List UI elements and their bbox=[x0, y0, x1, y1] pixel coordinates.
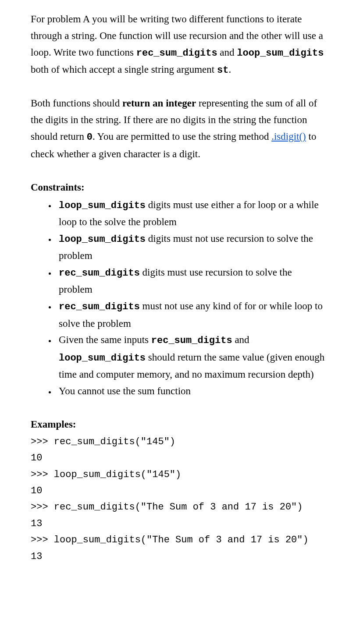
list-item: rec_sum_digits digits must use recursion… bbox=[56, 264, 325, 298]
code-rec-sum-digits: rec_sum_digits bbox=[136, 48, 217, 59]
examples-section: Examples: >>> rec_sum_digits("145") 10 >… bbox=[31, 416, 325, 565]
list-item: Given the same inputs rec_sum_digits and… bbox=[56, 332, 325, 383]
list-item: loop_sum_digits digits must not use recu… bbox=[56, 230, 325, 264]
examples-heading: Examples: bbox=[31, 416, 325, 433]
text: . bbox=[228, 64, 231, 75]
text: both of which accept a single string arg… bbox=[31, 64, 217, 75]
code-rec-sum-digits: rec_sum_digits bbox=[59, 268, 140, 279]
constraints-heading: Constraints: bbox=[31, 179, 325, 196]
list-item: loop_sum_digits digits must use either a… bbox=[56, 197, 325, 230]
code-loop-sum-digits: loop_sum_digits bbox=[59, 200, 146, 211]
bold-return-integer: return an integer bbox=[122, 98, 196, 109]
text: . You are permitted to use the string me… bbox=[93, 131, 271, 142]
constraints-list: loop_sum_digits digits must use either a… bbox=[31, 197, 325, 400]
code-st: st bbox=[217, 65, 228, 76]
code-loop-sum-digits: loop_sum_digits bbox=[59, 353, 146, 364]
paragraph-description: Both functions should return an integer … bbox=[31, 95, 325, 162]
list-item: You cannot use the sum function bbox=[56, 383, 325, 400]
constraints-section: Constraints: loop_sum_digits digits must… bbox=[31, 179, 325, 400]
code-rec-sum-digits: rec_sum_digits bbox=[59, 301, 140, 312]
text: and bbox=[217, 47, 237, 58]
link-isdigit[interactable]: .isdigit() bbox=[271, 131, 306, 142]
text: Both functions should bbox=[31, 98, 122, 109]
text: Given the same inputs bbox=[59, 334, 151, 345]
text: and bbox=[232, 334, 249, 345]
code-rec-sum-digits: rec_sum_digits bbox=[151, 335, 232, 346]
text: You cannot use the sum function bbox=[59, 386, 191, 396]
list-item: rec_sum_digits must not use any kind of … bbox=[56, 298, 325, 332]
paragraph-intro: For problem A you will be writing two di… bbox=[31, 11, 325, 78]
examples-code-block: >>> rec_sum_digits("145") 10 >>> loop_su… bbox=[31, 434, 325, 565]
code-zero: 0 bbox=[87, 132, 93, 143]
code-loop-sum-digits: loop_sum_digits bbox=[237, 48, 324, 59]
code-loop-sum-digits: loop_sum_digits bbox=[59, 234, 146, 245]
